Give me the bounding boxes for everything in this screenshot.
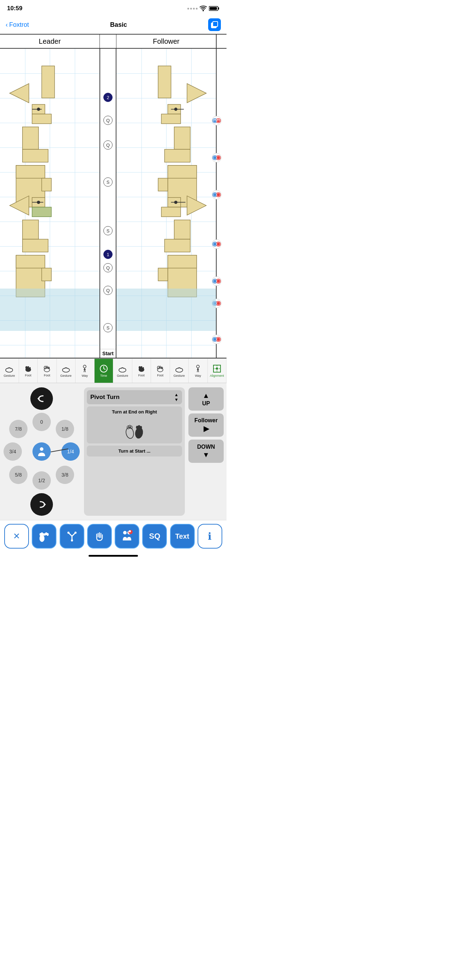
back-turn-button[interactable] <box>30 387 53 410</box>
dial-1-4[interactable]: 1/4 <box>61 442 80 461</box>
gesture-right-icon <box>118 364 127 373</box>
sq-button[interactable]: SQ <box>142 524 167 549</box>
up-button[interactable]: ▲ UP <box>188 387 224 410</box>
toolbar-alignment[interactable]: Alignment <box>208 359 227 383</box>
follower-header: Follower <box>116 35 216 49</box>
toolbar-gesture-left[interactable]: Gesture <box>0 359 19 383</box>
svg-rect-25 <box>16 255 45 268</box>
toolbar-time[interactable]: Time <box>95 359 114 383</box>
svg-point-118 <box>176 368 183 372</box>
svg-marker-126 <box>44 502 46 507</box>
start-label: Start <box>100 349 116 358</box>
svg-point-54 <box>215 119 216 121</box>
turn-end-visual <box>122 416 147 441</box>
toolbar-way-right[interactable]: Way <box>189 359 208 383</box>
signal-icon <box>188 8 197 10</box>
time-marker-q2: Q <box>100 140 116 150</box>
home-indicator <box>0 552 227 558</box>
svg-point-125 <box>40 447 43 451</box>
dial-5-8[interactable]: 5/8 <box>9 466 27 484</box>
toolbar-gesture-right2[interactable]: Gesture <box>170 359 189 383</box>
svg-point-99 <box>25 366 27 369</box>
svg-rect-9 <box>32 114 51 124</box>
svg-rect-30 <box>161 114 181 124</box>
toolbar-foot-left2[interactable]: Foot <box>38 359 57 383</box>
svg-point-61 <box>217 156 220 159</box>
dial-1-8[interactable]: 1/8 <box>56 420 74 438</box>
follower-steps <box>116 49 216 358</box>
toolbar-foot-left1-label: Foot <box>25 374 32 377</box>
down-button[interactable]: DOWN ▼ <box>188 439 224 463</box>
svg-point-127 <box>125 427 134 439</box>
foot-right1-icon <box>137 365 146 372</box>
gesture-right2-icon <box>175 364 183 373</box>
dancer-icon-5 <box>212 276 222 286</box>
dial-3-4-left[interactable]: 3/4 <box>3 442 22 461</box>
dial-7-8[interactable]: 7/8 <box>9 420 27 438</box>
svg-rect-46 <box>168 255 197 268</box>
toolbar-gesture-left2[interactable]: Gesture <box>57 359 76 383</box>
toolbar-way-left[interactable]: Way <box>75 359 95 383</box>
bottom-toolbar: ✕ <box>0 520 227 552</box>
svg-rect-5 <box>213 22 218 27</box>
svg-rect-1 <box>218 7 219 10</box>
forward-turn-button[interactable] <box>30 493 53 516</box>
svg-point-70 <box>213 242 217 246</box>
toolbar-foot-left1[interactable]: Foot <box>19 359 38 383</box>
svg-point-104 <box>46 366 48 368</box>
svg-point-116 <box>159 366 161 368</box>
turn-end-feet-icon <box>122 414 147 442</box>
foot-left1-icon <box>24 365 32 372</box>
svg-point-147 <box>67 531 70 534</box>
couple-button[interactable] <box>114 524 139 549</box>
toolbar-foot-left2-label: Foot <box>44 374 50 377</box>
svg-rect-2 <box>210 7 217 10</box>
toolbar-gesture-right[interactable]: Gesture <box>113 359 132 383</box>
time-marker-s1: S <box>100 177 116 187</box>
follower-button[interactable]: Follower ▶ <box>188 414 224 437</box>
turn-end-card[interactable]: Turn at End on Right <box>87 406 182 444</box>
svg-rect-37 <box>158 178 168 191</box>
hand-button[interactable] <box>87 524 112 549</box>
dial-3-8[interactable]: 3/8 <box>56 466 74 484</box>
copy-button[interactable] <box>208 18 221 31</box>
pivot-chevrons[interactable]: ▲ ▼ <box>174 392 178 402</box>
toolbar-foot-right2[interactable]: Foot <box>151 359 170 383</box>
text-button[interactable]: Text <box>170 524 195 549</box>
svg-point-134 <box>140 426 142 429</box>
time-column: 2 Q Q S S 1 Q Q S S Start <box>100 35 116 358</box>
cancel-button[interactable]: ✕ <box>4 524 29 549</box>
svg-rect-36 <box>168 165 197 178</box>
svg-rect-34 <box>164 149 190 162</box>
status-bar: 10:59 <box>0 0 227 16</box>
svg-point-149 <box>123 531 127 535</box>
toolbar-foot-right1-label: Foot <box>138 374 145 377</box>
toolbar-alignment-label: Alignment <box>210 374 224 377</box>
svg-rect-15 <box>16 165 45 178</box>
svg-rect-47 <box>158 268 168 281</box>
foot-left2-icon <box>43 365 51 372</box>
gesture-left2-icon <box>62 364 70 373</box>
time-header <box>100 35 116 49</box>
footprint-icon <box>38 530 51 542</box>
svg-point-75 <box>213 279 217 283</box>
page-title: Basic <box>110 21 127 29</box>
time-marker-s3: S <box>100 323 116 332</box>
toolbar-foot-right1[interactable]: Foot <box>132 359 151 383</box>
footprint-button[interactable] <box>32 524 56 549</box>
svg-point-100 <box>27 366 29 368</box>
back-button[interactable]: ‹ Foxtrot <box>6 21 29 29</box>
svg-point-106 <box>62 368 70 372</box>
svg-point-81 <box>217 302 220 305</box>
turn-start-card[interactable]: Turn at Start ... <box>87 445 182 457</box>
dial-0[interactable]: 0 <box>32 413 51 431</box>
hand-icon <box>93 530 106 542</box>
svg-marker-124 <box>37 396 40 401</box>
back-chevron-icon: ‹ <box>6 21 8 29</box>
dial-1-2[interactable]: 1/2 <box>32 471 51 490</box>
info-button[interactable]: ℹ <box>197 524 222 549</box>
svg-point-109 <box>119 368 126 372</box>
svg-point-111 <box>139 366 141 369</box>
branch-button[interactable] <box>60 524 84 549</box>
svg-point-142 <box>44 533 46 536</box>
